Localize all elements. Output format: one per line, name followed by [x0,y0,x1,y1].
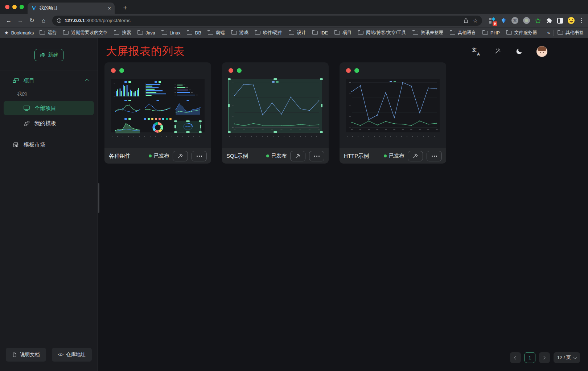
more-actions-button[interactable] [309,151,324,161]
address-bar[interactable]: 127.0.0.1:3000/#/project/items ☆ [52,16,482,26]
browser-menu-icon[interactable] [579,18,584,23]
tab-close-icon[interactable]: × [108,5,111,11]
chevron-up-icon[interactable] [85,79,89,83]
folder-icon [40,31,45,35]
blocks-extension-icon[interactable]: 9 [489,17,496,24]
bookmark-folder[interactable]: Java [137,30,155,36]
magic-wand-icon[interactable] [493,47,502,56]
new-tab-button[interactable]: + [120,3,130,13]
code-icon: </> [58,352,63,357]
project-card: HTTP示例 已发布 [340,62,446,164]
browser-tab[interactable]: 我的项目 × [28,3,115,14]
user-avatar[interactable] [536,46,547,57]
bookmark-folder-list: 运营近期需要读的文章搜索JavaLinuxDB前端游戏软件/硬件设计IDE项目网… [40,30,544,36]
extension-badge: 9 [493,21,497,26]
hammer-icon [295,153,301,159]
bookmark-folder[interactable]: 游戏 [231,30,248,36]
folder-icon [558,31,563,35]
forward-button[interactable]: → [15,16,25,26]
sidebar-subheader-mine: 我的 [0,88,98,100]
prev-page-button[interactable] [510,352,521,363]
mini-capsule-chart [173,81,202,98]
repo-button[interactable]: </> 仓库地址 [52,348,92,362]
edit-project-button[interactable] [173,151,188,161]
reload-button[interactable]: ↻ [27,16,37,26]
card-window-dots [111,68,211,73]
bookmark-folder[interactable]: 前端 [208,30,225,36]
project-preview[interactable]: 25.00% [111,79,205,132]
project-card: SQL示例 已发布 [222,62,329,164]
more-actions-button[interactable] [192,151,207,161]
green-dot [354,68,359,73]
bookmark-folder[interactable]: 网站/博客/文章/工具 [358,30,406,36]
back-button[interactable]: ← [4,16,14,26]
bookmark-folder[interactable]: 其他语言 [450,30,476,36]
green-dot [237,68,242,73]
folder-icon [506,31,512,35]
main-content: 大屏报表的列表 文A [98,38,588,371]
sidebar-item-all-projects[interactable]: 全部项目 [4,101,94,115]
bookmark-folder[interactable]: DB [187,30,201,36]
screens-icon [12,77,19,84]
hammer-icon [177,153,183,159]
page-size-select[interactable]: 12 / 页 [554,352,580,363]
minimize-window-button[interactable] [12,5,17,9]
project-preview[interactable] [346,79,440,132]
current-page-button[interactable]: 1 [525,352,535,363]
folder-icon [162,31,167,35]
svg-text:25.00%: 25.00% [185,126,191,127]
recorder-extension-icon[interactable] [523,17,530,24]
dark-mode-moon-icon[interactable] [515,47,523,56]
storefront-icon [12,141,19,148]
project-preview[interactable] [229,79,322,132]
bookmark-folder[interactable]: PHP [482,30,500,36]
share-icon[interactable] [463,18,469,24]
dotted-separator [112,136,204,137]
green-star-extension-icon[interactable] [535,17,541,24]
new-project-button[interactable]: 新建 [34,49,63,61]
bookmark-folder[interactable]: 软件/硬件 [255,30,282,36]
bookmarks-overflow-button[interactable]: » [544,30,554,36]
line-chart-thumbnail [229,79,322,132]
bookmark-folder[interactable]: Linux [162,30,181,36]
bookmark-star-icon[interactable]: ☆ [473,17,478,24]
status-dot [149,154,152,157]
bookmark-folder[interactable]: 资讯未整理 [413,30,444,36]
side-panel-extension-icon[interactable] [557,18,563,24]
more-actions-button[interactable] [427,151,442,161]
new-copy-icon [40,52,45,58]
scrollbar-thumb[interactable] [98,183,99,213]
sidebar-item-template-market[interactable]: 模板市场 [0,137,98,152]
sidebar-group-project[interactable]: 项目 [0,73,98,88]
bookmark-folder[interactable]: 运营 [40,30,57,36]
ellipsis-icon [197,156,202,157]
bookmark-folder[interactable]: 搜索 [114,30,131,36]
edit-project-button[interactable] [408,151,423,161]
extensions-puzzle-icon[interactable] [546,17,552,24]
bookmark-folder[interactable]: 设计 [289,30,306,36]
ellipsis-icon [432,156,437,157]
mini-bar-chart [113,81,142,98]
mini-line-chart [113,99,142,117]
language-toggle-icon[interactable]: 文A [472,48,480,55]
bookmark-folder[interactable]: IDE [312,30,328,36]
bookmark-folder[interactable]: 文件服务器 [506,30,537,36]
edit-project-button[interactable] [290,151,305,161]
bookmarks-root[interactable]: ★ Bookmarks [4,30,34,36]
bookmark-folder[interactable]: 项目 [334,30,351,36]
command-extension-icon[interactable]: ⌘ [511,17,518,24]
folder-icon [413,31,418,35]
sidebar-item-my-templates[interactable]: 我的模板 [4,116,94,131]
home-button[interactable]: ⌂ [38,16,49,26]
close-window-button[interactable] [5,5,9,9]
docs-button[interactable]: 说明文档 [6,348,46,362]
other-bookmarks-folder[interactable]: 其他书签 [558,30,584,36]
emoji-extension-icon[interactable] [568,17,575,24]
folder-icon [450,31,455,35]
bookmark-folder[interactable]: 近期需要读的文章 [63,30,107,36]
gem-extension-icon[interactable] [501,17,507,24]
next-page-button[interactable] [539,352,550,363]
bookmarks-star-icon: ★ [4,30,9,36]
zoom-window-button[interactable] [20,5,24,9]
site-info-icon[interactable] [57,18,62,23]
